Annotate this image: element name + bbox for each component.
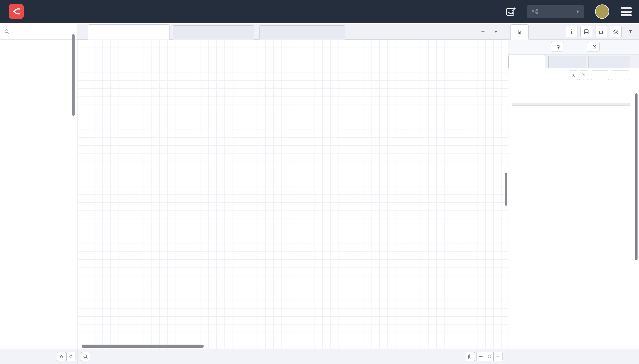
navigator-button[interactable] — [466, 352, 475, 361]
node-red-editor: { "colors": { "header_bg": "#242e3d", "b… — [0, 0, 639, 364]
flow-canvas[interactable] — [78, 40, 508, 349]
tab-theming[interactable] — [548, 56, 586, 68]
sidebar-panel: i ▼ — [508, 24, 639, 364]
wires-layer — [78, 40, 508, 349]
tab-client-data[interactable] — [588, 56, 630, 68]
add-flow-button[interactable]: + — [479, 28, 487, 36]
main-menu-icon[interactable] — [621, 8, 631, 16]
tab-simulated-data-generation[interactable] — [259, 25, 345, 40]
app-header: ▼ — [0, 0, 639, 23]
user-avatar[interactable] — [595, 4, 609, 18]
config-tab-button[interactable] — [610, 26, 622, 37]
zoom-reset-button[interactable]: ○ — [485, 352, 494, 361]
canvas-search-button[interactable] — [81, 352, 90, 361]
palette-expand-all-button[interactable] — [66, 352, 75, 361]
add-page-button[interactable] — [611, 70, 630, 80]
debug-tab-button[interactable] — [595, 26, 607, 37]
palette-filter-input[interactable] — [13, 28, 66, 35]
tab-layout[interactable] — [508, 55, 545, 68]
palette-collapse-all-button[interactable] — [57, 352, 66, 361]
tab-dashboard-header-elements[interactable] — [173, 25, 254, 40]
help-tab-button[interactable] — [580, 26, 592, 37]
deploy-button[interactable]: ▼ — [527, 5, 584, 18]
canvas-footer: − ○ + — [78, 349, 508, 364]
sidebar-tabs-caret[interactable]: ▼ — [628, 29, 633, 34]
dashboard-subtabs — [508, 54, 639, 68]
flowfuse-logo-icon[interactable] — [9, 4, 24, 18]
canvas-horizontal-scrollbar[interactable] — [82, 344, 204, 348]
flow-tabbar: + ▼ — [78, 24, 508, 40]
dashboard-header-row — [508, 40, 639, 54]
sidebar-scrollbar[interactable] — [635, 93, 638, 260]
zoom-in-button[interactable]: + — [493, 352, 502, 361]
palette-scrollbar[interactable] — [72, 34, 75, 116]
zoom-out-button[interactable]: − — [476, 352, 485, 361]
add-link-button[interactable] — [591, 70, 609, 80]
deploy-node-icon — [532, 8, 538, 15]
info-tab-button[interactable]: i — [566, 26, 578, 37]
tab-dashboard-2[interactable] — [510, 24, 529, 40]
pages-expand-button[interactable] — [579, 70, 588, 80]
node-palette — [0, 24, 78, 349]
sidebar-footer — [508, 349, 639, 364]
palette-filter — [0, 24, 78, 40]
ai-assistant-icon[interactable] — [505, 5, 518, 18]
deploy-options-caret[interactable]: ▼ — [575, 9, 580, 14]
search-icon — [4, 29, 10, 34]
pages-toolbar — [508, 68, 639, 82]
edit-settings-button[interactable] — [551, 42, 564, 52]
canvas-vertical-scrollbar[interactable] — [505, 173, 507, 206]
tab-line-1-oee[interactable] — [88, 24, 170, 40]
palette-scroll-area[interactable] — [0, 40, 78, 349]
pages-tree — [512, 102, 630, 352]
sidebar-tabbar: i ▼ — [508, 24, 639, 40]
palette-footer — [0, 349, 78, 364]
open-dashboard-button[interactable] — [587, 42, 600, 52]
pages-collapse-button[interactable] — [569, 70, 578, 80]
flow-list-caret[interactable]: ▼ — [492, 28, 500, 36]
